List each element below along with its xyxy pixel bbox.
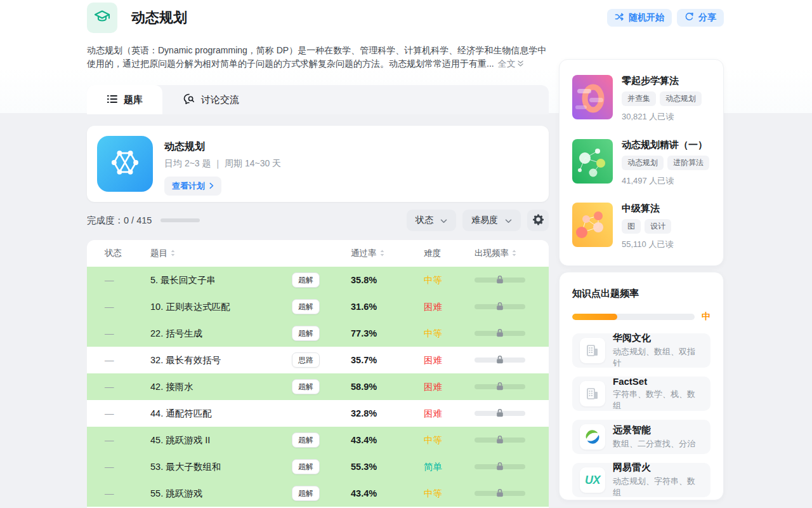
status-cell: — <box>87 302 150 312</box>
book-cover-art <box>572 75 613 119</box>
tab-problem-list[interactable]: 题库 <box>87 85 162 114</box>
frequency-locked-bar[interactable] <box>475 304 525 309</box>
frequency-locked-bar[interactable] <box>475 438 525 443</box>
problem-title[interactable]: 32. 最长有效括号 <box>150 354 292 366</box>
solution-badge[interactable]: 题解 <box>292 432 320 448</box>
book-readers-count: 30,821 人已读 <box>622 111 702 123</box>
tab-bar: 题库 讨论交流 <box>87 85 549 114</box>
difficulty-label: 困难 <box>424 301 475 313</box>
problem-title[interactable]: 22. 括号生成 <box>150 328 292 340</box>
page-title: 动态规划 <box>131 8 187 27</box>
pass-rate: 43.4% <box>351 488 424 498</box>
company-item[interactable]: FactSet字符串、数学、栈、数组 <box>572 377 710 411</box>
header-frequency-sort[interactable]: 出现频率 <box>475 248 549 259</box>
lock-icon <box>496 488 504 498</box>
book-tag[interactable]: 动态规划 <box>622 156 664 170</box>
settings-button[interactable] <box>527 210 549 231</box>
status-filter-label: 状态 <box>416 215 433 226</box>
table-row[interactable]: —45. 跳跃游戏 II题解43.4%中等 <box>87 427 549 453</box>
book-tag[interactable]: 设计 <box>645 219 671 234</box>
book-item[interactable]: 动态规划精讲（一）动态规划进阶算法41,497 人已读 <box>572 139 710 187</box>
solution-badge[interactable]: 题解 <box>292 326 320 341</box>
status-filter-select[interactable]: 状态 <box>407 210 456 231</box>
book-item[interactable]: 中级算法图设计55,110 人已读 <box>572 203 710 250</box>
topic-logo <box>87 3 117 33</box>
problem-title[interactable]: 45. 跳跃游戏 II <box>150 434 292 446</box>
table-row[interactable]: —32. 最长有效括号思路35.7%困难 <box>87 347 549 373</box>
problem-title[interactable]: 44. 通配符匹配 <box>150 408 292 420</box>
random-start-button[interactable]: 随机开始 <box>607 9 672 27</box>
book-tag[interactable]: 图 <box>622 219 641 234</box>
share-button[interactable]: 分享 <box>677 9 724 27</box>
frequency-locked-bar[interactable] <box>475 277 525 283</box>
solution-badge[interactable]: 题解 <box>292 272 320 288</box>
solution-badge[interactable]: 题解 <box>292 299 320 314</box>
frequency-locked-bar[interactable] <box>475 411 525 416</box>
list-icon <box>107 94 118 106</box>
company-topics: 数组、二分查找、分治 <box>613 438 695 450</box>
view-plan-button[interactable]: 查看计划 <box>164 177 221 196</box>
frequency-cell[interactable] <box>475 411 549 416</box>
company-logo <box>580 424 605 450</box>
related-books-card: 零起步学算法并查集动态规划30,821 人已读动态规划精讲（一）动态规划进阶算法… <box>559 59 724 266</box>
study-plan-card[interactable]: 动态规划 日均 2~3 题 ｜ 周期 14~30 天 查看计划 <box>87 126 549 202</box>
frequency-locked-bar[interactable] <box>475 464 525 469</box>
frequency-cell[interactable] <box>475 304 549 309</box>
plan-info: 动态规划 日均 2~3 题 ｜ 周期 14~30 天 查看计划 <box>164 136 281 192</box>
problem-title[interactable]: 42. 接雨水 <box>150 381 292 393</box>
book-cover-art <box>572 203 613 247</box>
building-icon <box>585 386 600 401</box>
solution-badge[interactable]: 题解 <box>292 379 320 394</box>
table-row[interactable]: —10. 正则表达式匹配题解31.6%困难 <box>87 293 549 320</box>
book-tag[interactable]: 并查集 <box>622 91 656 106</box>
header-passrate-sort[interactable]: 通过率 <box>351 248 424 259</box>
table-row[interactable]: —22. 括号生成题解77.3%中等 <box>87 320 549 347</box>
company-list: 华阅文化动态规划、数组、双指针FactSet字符串、数学、栈、数组远景智能数组、… <box>572 333 710 497</box>
difficulty-filter-select[interactable]: 难易度 <box>462 210 521 231</box>
chat-search-icon <box>183 93 195 107</box>
chevron-down-icon <box>440 215 447 225</box>
problem-title[interactable]: 10. 正则表达式匹配 <box>150 301 292 313</box>
solution-badge[interactable]: 题解 <box>292 459 320 474</box>
frequency-cell[interactable] <box>475 358 549 363</box>
book-item[interactable]: 零起步学算法并查集动态规划30,821 人已读 <box>572 75 710 123</box>
frequency-cell[interactable] <box>475 438 549 443</box>
hexagon-network-icon <box>107 144 143 184</box>
difficulty-label: 中等 <box>424 488 475 500</box>
book-tag[interactable]: 动态规划 <box>660 91 702 106</box>
frequency-locked-bar[interactable] <box>475 491 525 496</box>
book-title: 零起步学算法 <box>622 75 702 87</box>
table-row[interactable]: —55. 跳跃游戏题解43.4%中等 <box>87 480 549 507</box>
header-title-sort[interactable]: 题目 <box>150 248 292 259</box>
problem-title[interactable]: 55. 跳跃游戏 <box>150 488 292 500</box>
expand-description-link[interactable]: 全文 <box>498 58 524 69</box>
difficulty-label: 中等 <box>424 434 475 446</box>
table-row[interactable]: —53. 最大子数组和题解55.3%简单 <box>87 453 549 480</box>
tab-discussion[interactable]: 讨论交流 <box>164 85 259 114</box>
frequency-cell[interactable] <box>475 277 549 283</box>
company-item[interactable]: 远景智能数组、二分查找、分治 <box>572 420 710 454</box>
table-row[interactable]: —5. 最长回文子串题解35.8%中等 <box>87 267 549 293</box>
completion-value: 0 / 415 <box>124 215 152 225</box>
table-row[interactable]: —44. 通配符匹配32.8%困难 <box>87 400 549 427</box>
frequency-cell[interactable] <box>475 464 549 469</box>
double-chevron-down-icon <box>516 58 524 69</box>
frequency-cell[interactable] <box>475 331 549 336</box>
book-tag[interactable]: 进阶算法 <box>667 156 709 170</box>
pass-rate: 77.3% <box>351 328 424 338</box>
frequency-cell[interactable] <box>475 491 549 496</box>
frequency-locked-bar[interactable] <box>475 331 525 336</box>
table-row[interactable]: —42. 接雨水题解58.9%困难 <box>87 373 549 400</box>
frequency-locked-bar[interactable] <box>475 358 525 363</box>
frequency-cell[interactable] <box>475 384 549 389</box>
frequency-locked-bar[interactable] <box>475 384 525 389</box>
company-topics: 动态规划、数组、双指针 <box>613 346 703 369</box>
status-cell: — <box>87 435 150 445</box>
problem-title[interactable]: 5. 最长回文子串 <box>150 274 292 286</box>
company-item[interactable]: UX网易雷火动态规划、字符串、数组 <box>572 463 710 497</box>
solution-badge[interactable]: 题解 <box>292 486 320 501</box>
solution-badge[interactable]: 思路 <box>292 352 320 368</box>
frequency-track <box>572 314 695 320</box>
problem-title[interactable]: 53. 最大子数组和 <box>150 461 292 473</box>
company-item[interactable]: 华阅文化动态规划、数组、双指针 <box>572 333 710 368</box>
